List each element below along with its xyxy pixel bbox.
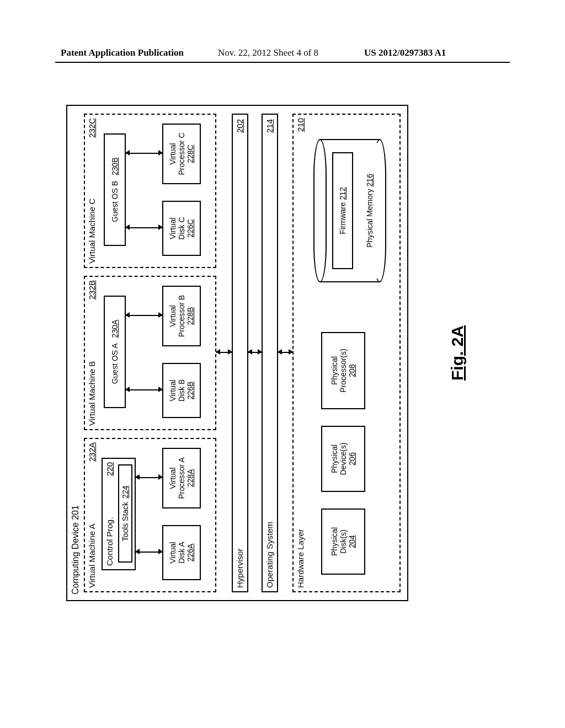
arrow-vm-c-disk <box>126 227 162 228</box>
vm-a-title: Virtual Machine A <box>87 524 97 588</box>
pmem-ref: 216 <box>365 174 374 186</box>
header-right: US 2012/0297383 A1 <box>364 47 446 58</box>
vm-b-box: Virtual Machine B 232B Guest OS A 230A V… <box>84 276 216 430</box>
vm-c-guest-ref: 230B <box>110 157 119 175</box>
pmem-label: Physical Memory <box>365 189 374 248</box>
vm-b-guest-ref: 230A <box>110 320 119 338</box>
vm-b-vdisk-l1: Virtual <box>168 379 177 401</box>
vm-a-vproc-ref: 228A <box>186 469 195 488</box>
control-prog-box: Control Prog. 220 Tools Stack 224 <box>102 458 136 570</box>
vm-c-title: Virtual Machine C <box>87 199 97 264</box>
pdev-l1: Physical <box>330 445 339 473</box>
pmem-label-wrap: Physical Memory 216 <box>365 139 374 282</box>
hw-title: Hardware Layer <box>296 529 305 588</box>
figure-stage: Computing Device 201 Virtual Machine A 2… <box>61 99 469 607</box>
vm-b-ref: 232B <box>87 280 97 299</box>
vm-a-vproc-l1: Virtual <box>168 467 177 489</box>
control-prog-label: Control Prog. <box>105 517 114 566</box>
tools-stack-label: Tools Stack <box>121 502 130 542</box>
pdisk-ref: 204 <box>348 535 356 548</box>
firmware-ref: 212 <box>338 187 347 200</box>
vm-c-vproc-l2: Processor C <box>177 132 186 175</box>
arrow-vm-a-proc <box>136 477 162 478</box>
hw-layer-box: Hardware Layer 210 Physical Disk(s) 204 … <box>292 114 401 592</box>
vm-c-guest: Guest OS B 230B <box>104 133 126 246</box>
vm-a-box: Virtual Machine A 232A Control Prog. 220… <box>84 438 216 592</box>
vm-b-vproc-l2: Processor B <box>177 295 186 337</box>
vm-b-guest-label: Guest OS A <box>110 343 119 384</box>
vm-b-vproc-l1: Virtual <box>168 305 177 326</box>
physical-processors: Physical Processor(s) 208 <box>321 332 365 409</box>
firmware-label: Firmware <box>338 202 347 234</box>
vm-b-vproc: Virtual Processor B 228B <box>162 286 201 346</box>
os-bar: Operating System 214 <box>262 114 278 592</box>
vm-c-vdisk-l1: Virtual <box>168 217 177 239</box>
vm-b-guest: Guest OS A 230A <box>104 296 126 408</box>
vm-a-ref: 232A <box>87 442 97 462</box>
physical-devices: Physical Device(s) 206 <box>321 426 365 492</box>
vm-a-vdisk: Virtual Disk A 226A <box>162 525 201 580</box>
pdev-l2: Device(s) <box>339 442 348 475</box>
vm-b-vdisk-l2: Disk B <box>177 379 186 402</box>
control-prog-ref: 220 <box>105 462 114 476</box>
page: Patent Application Publication Nov. 22, … <box>0 0 565 728</box>
vm-b-vdisk-ref: 226B <box>186 382 195 400</box>
tools-stack-box: Tools Stack 224 <box>118 464 132 563</box>
page-header: Patent Application Publication Nov. 22, … <box>0 47 565 61</box>
arrow-hyp-to-os <box>248 352 262 353</box>
vm-a-vproc: Virtual Processor A 228A <box>162 448 201 508</box>
hw-ref: 210 <box>296 118 305 132</box>
arrow-os-to-hw <box>278 352 292 353</box>
vm-c-guest-label: Guest OS B <box>110 181 119 222</box>
hypervisor-ref: 202 <box>235 119 244 133</box>
os-label: Operating System <box>265 522 274 588</box>
vm-b-vproc-ref: 228B <box>186 307 195 325</box>
arrow-vm-b-proc <box>126 315 162 316</box>
vm-c-ref: 232C <box>87 118 97 138</box>
pproc-ref: 208 <box>348 364 356 377</box>
firmware-box: Firmware 212 <box>332 152 353 269</box>
vm-c-vproc-l1: Virtual <box>168 143 177 164</box>
pproc-l2: Processor(s) <box>339 349 348 392</box>
vm-c-vproc: Virtual Processor C 228C <box>162 124 201 184</box>
header-center: Nov. 22, 2012 Sheet 4 of 8 <box>218 47 318 58</box>
tools-stack-ref: 224 <box>121 486 130 499</box>
vm-b-title: Virtual Machine B <box>87 361 97 426</box>
vm-c-box: Virtual Machine C 232C Guest OS B 230B V… <box>84 114 216 268</box>
figure-caption: Fig. 2A <box>448 99 467 607</box>
hypervisor-label: Hypervisor <box>235 548 244 588</box>
pdisk-l2: Disk(s) <box>339 529 348 554</box>
pdisk-l1: Physical <box>330 527 339 556</box>
physical-memory-cyl: Firmware 212 Physical Memory 216 <box>313 139 386 282</box>
header-rule <box>55 62 510 63</box>
pproc-l1: Physical <box>330 356 339 385</box>
vm-c-vproc-ref: 228C <box>186 144 195 163</box>
vm-a-vdisk-l1: Virtual <box>168 542 177 563</box>
arrow-vm-c-proc <box>126 153 162 154</box>
vm-c-vdisk: Virtual Disk C 226C <box>162 201 201 256</box>
vm-b-vdisk: Virtual Disk B 226B <box>162 363 201 418</box>
header-left: Patent Application Publication <box>61 47 184 58</box>
arrow-vm-b-disk <box>126 389 162 390</box>
hypervisor-bar: Hypervisor 202 <box>232 114 248 592</box>
vm-c-vdisk-ref: 226C <box>186 219 195 237</box>
pdev-ref: 206 <box>348 452 356 465</box>
vm-c-vdisk-l2: Disk C <box>177 217 186 239</box>
arrow-vm-a-disk <box>136 552 162 553</box>
arrow-vm-to-hypervisor <box>216 352 232 353</box>
os-ref: 214 <box>265 119 274 133</box>
physical-disks: Physical Disk(s) 204 <box>321 508 365 575</box>
computing-device-box: Computing Device 201 Virtual Machine A 2… <box>66 105 408 601</box>
vm-a-vdisk-ref: 226A <box>186 544 195 562</box>
vm-a-vdisk-l2: Disk A <box>177 542 186 564</box>
computing-device-title: Computing Device 201 <box>71 505 81 595</box>
vm-a-vproc-l2: Processor A <box>177 457 186 499</box>
